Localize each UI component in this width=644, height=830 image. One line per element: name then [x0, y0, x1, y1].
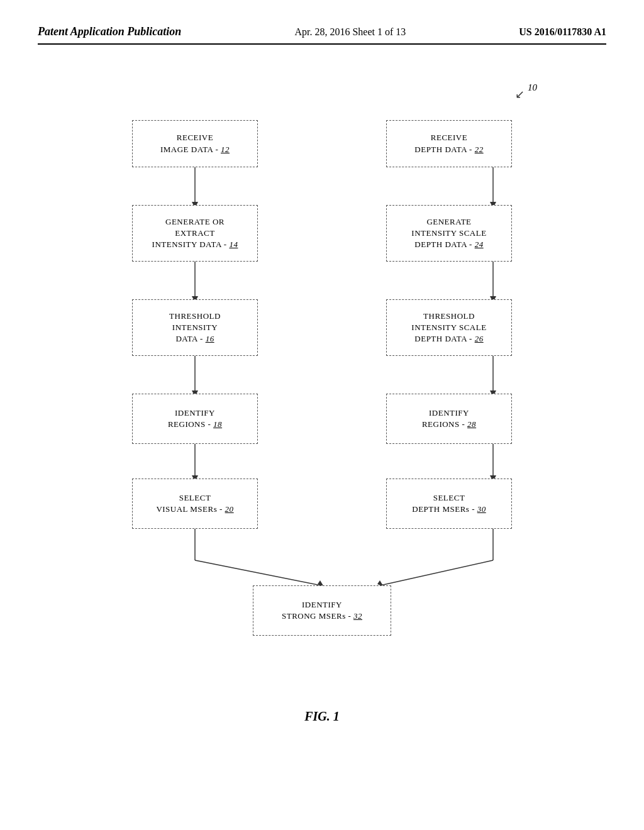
box-receive-image-data: RECEIVEIMAGE DATA - 12: [132, 120, 258, 167]
box-threshold-intensity-scale-depth: THRESHOLDINTENSITY SCALEDEPTH DATA - 26: [386, 299, 512, 356]
svg-line-9: [195, 560, 321, 585]
box-identify-regions-28: IDENTIFYREGIONS - 28: [386, 394, 512, 444]
box-identify-regions-18: IDENTIFYREGIONS - 18: [132, 394, 258, 444]
sheet-info: Apr. 28, 2016 Sheet 1 of 13: [294, 26, 406, 38]
page: Patent Application Publication Apr. 28, …: [0, 0, 644, 830]
box-generate-intensity-scale-depth: GENERATEINTENSITY SCALEDEPTH DATA - 24: [386, 205, 512, 262]
box-select-depth-msers: SELECTDEPTH MSERs - 30: [386, 479, 512, 529]
box-threshold-intensity-data: THRESHOLDINTENSITYDATA - 16: [132, 299, 258, 356]
patent-number: US 2016/0117830 A1: [519, 26, 606, 38]
publication-label: Patent Application Publication: [38, 25, 181, 38]
ref-10-arrow: ↙: [515, 87, 525, 101]
figure-label: FIG. 1: [304, 709, 340, 724]
diagram-area: 10 ↙: [38, 70, 606, 730]
box-select-visual-msers: SELECTVISUAL MSERs - 20: [132, 479, 258, 529]
ref-10-label: 10: [528, 82, 537, 93]
box-receive-depth-data: RECEIVEDEPTH DATA - 22: [386, 120, 512, 167]
svg-line-20: [380, 560, 493, 585]
box-identify-strong-msers: IDENTIFYSTRONG MSERs - 32: [253, 585, 391, 636]
box-generate-extract-intensity: GENERATE OREXTRACTINTENSITY DATA - 14: [132, 205, 258, 262]
header: Patent Application Publication Apr. 28, …: [38, 25, 606, 45]
